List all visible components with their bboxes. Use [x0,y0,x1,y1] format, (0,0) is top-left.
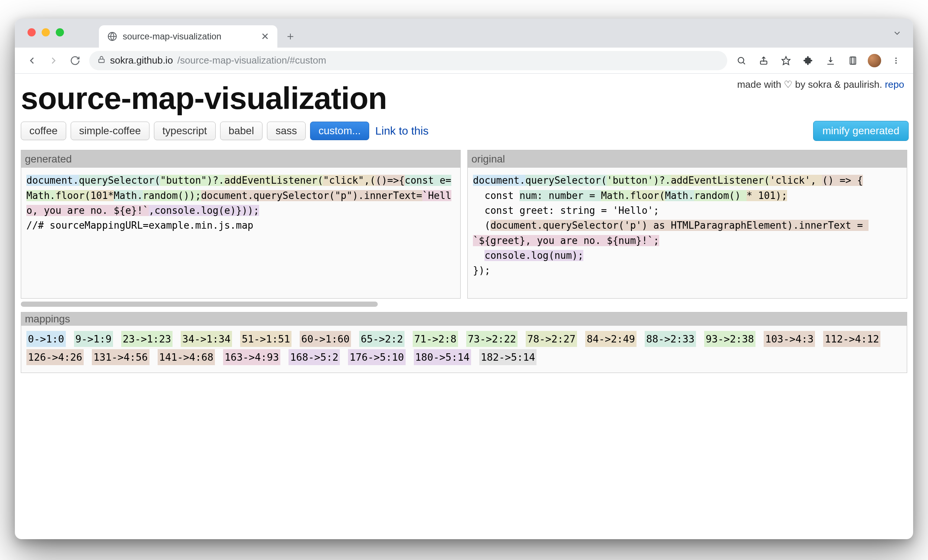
mappings-list[interactable]: 0->1:09->1:923->1:2334->1:3451->1:5160->… [21,326,907,372]
reader-icon[interactable] [846,53,860,68]
mapping-chip[interactable]: 51->1:51 [240,331,292,347]
code-segment[interactable]: `${greet}, you are no. ${ [473,235,618,246]
mapping-chip[interactable]: 23->1:23 [121,331,172,347]
code-segment[interactable]: log( [201,205,224,216]
bookmark-star-icon[interactable] [778,53,794,68]
minimize-window-button[interactable] [42,28,50,37]
generated-code[interactable]: document.querySelector("button")?.addEve… [21,168,460,240]
close-tab-icon[interactable]: ✕ [261,31,269,43]
code-segment[interactable] [473,250,484,261]
reload-button[interactable] [68,53,82,68]
mapping-chip[interactable]: 60->1:60 [300,331,351,347]
code-segment[interactable]: Math. [601,190,630,201]
mapping-chip[interactable]: 71->2:8 [413,331,458,347]
code-segment[interactable]: log( [531,250,555,261]
address-bar[interactable]: sokra.github.io/source-map-visualization… [89,51,727,70]
mapping-chip[interactable]: 0->1:0 [26,331,66,347]
code-segment[interactable]: addEventListener( [671,175,769,186]
kebab-menu-icon[interactable] [888,53,904,68]
code-segment[interactable]: addEventListener( [224,175,323,186]
mapping-chip[interactable]: 126->4:26 [26,349,84,365]
code-segment[interactable]: * 101); [746,190,788,201]
search-icon[interactable] [734,53,749,68]
horizontal-scrollbar[interactable] [21,302,907,307]
code-segment[interactable]: 'click', [769,175,822,186]
code-segment[interactable]: ()=>{ [375,175,404,186]
back-button[interactable] [24,53,40,68]
mapping-chip[interactable]: 65->2:2 [359,331,404,347]
code-segment[interactable]: document. [490,220,543,231]
mapping-chip[interactable]: 182->5:14 [479,349,536,365]
mapping-chip[interactable]: 103->4:3 [764,331,815,347]
tabs-menu-icon[interactable] [892,28,902,41]
code-segment[interactable]: Math. [26,190,55,201]
simple-coffee-button[interactable]: simple-coffee [71,122,150,140]
code-segment[interactable]: document. [473,175,525,186]
code-segment[interactable]: random() [694,190,746,201]
mapping-chip[interactable]: 141->4:68 [158,349,215,365]
new-tab-button[interactable]: ＋ [281,27,300,45]
mapping-chip[interactable]: 93->2:38 [704,331,756,347]
code-segment[interactable]: const [473,190,519,201]
code-segment[interactable]: ( [473,220,490,231]
code-segment[interactable]: Math. [114,190,143,201]
code-segment[interactable]: "click",( [323,175,375,186]
code-segment[interactable]: 'p') as HTMLParagraphElement). [624,220,799,231]
code-segment[interactable]: "p"). [335,190,364,201]
mapping-chip[interactable]: 176->5:10 [348,349,405,365]
code-segment[interactable]: const greet: string = 'Hello'; [473,205,659,216]
mapping-chip[interactable]: 88->2:33 [645,331,696,347]
code-segment[interactable]: ,console. [149,205,201,216]
code-segment[interactable]: () => { [822,175,863,186]
code-segment[interactable]: document. [26,175,79,186]
mapping-chip[interactable]: 78->2:27 [526,331,577,347]
mapping-chip[interactable]: 112->4:12 [823,331,881,347]
code-segment[interactable]: "button")?. [160,175,224,186]
code-segment[interactable]: 'button')?. [607,175,671,186]
mapping-chip[interactable]: 168->5:2 [288,349,340,365]
code-segment[interactable]: e)})); [224,205,259,216]
code-segment[interactable]: innerText= [364,190,422,201]
scrollbar-thumb[interactable] [21,302,378,307]
code-segment[interactable]: e}!` [125,205,149,216]
code-segment[interactable]: random()); [143,190,201,201]
typescript-button[interactable]: typescript [154,122,216,140]
downloads-icon[interactable] [823,53,838,68]
mapping-chip[interactable]: 34->1:34 [181,331,232,347]
custom-button[interactable]: custom... [310,122,369,140]
mapping-chip[interactable]: 84->2:49 [585,331,636,347]
link-to-this[interactable]: Link to this [375,125,428,137]
code-segment[interactable]: querySelector( [543,220,624,231]
forward-button[interactable] [46,53,61,68]
sass-button[interactable]: sass [267,122,305,140]
code-segment[interactable]: Math. [665,190,694,201]
code-segment[interactable]: num}!`; [618,235,659,246]
maximize-window-button[interactable] [56,28,64,37]
code-segment[interactable]: console. [484,250,531,261]
share-icon[interactable] [756,53,771,68]
extensions-icon[interactable] [801,53,816,68]
mapping-chip[interactable]: 131->4:56 [92,349,149,365]
code-segment[interactable]: const e= [405,175,451,186]
minify-generated-button[interactable]: minify generated [813,121,909,141]
coffee-button[interactable]: coffee [21,122,66,140]
babel-button[interactable]: babel [220,122,263,140]
repo-link[interactable]: repo [885,79,904,90]
code-segment[interactable]: num); [554,250,583,261]
code-segment[interactable]: querySelector( [253,190,335,201]
code-segment[interactable]: floor( [630,190,665,201]
browser-tab[interactable]: source-map-visualization ✕ [99,25,277,47]
code-segment[interactable]: document. [201,190,253,201]
code-segment[interactable]: querySelector( [79,175,160,186]
code-segment[interactable]: num: number = [519,190,601,201]
code-segment[interactable]: floor( [55,190,90,201]
mapping-chip[interactable]: 163->4:93 [223,349,280,365]
profile-avatar[interactable] [868,54,881,67]
original-code[interactable]: document.querySelector('button')?.addEve… [468,168,907,284]
code-segment[interactable]: innerText = [799,220,869,231]
code-segment[interactable]: 101* [90,190,114,201]
code-segment[interactable]: querySelector( [525,175,607,186]
mapping-chip[interactable]: 180->5:14 [414,349,471,365]
close-window-button[interactable] [27,28,36,37]
mapping-chip[interactable]: 9->1:9 [74,331,113,347]
